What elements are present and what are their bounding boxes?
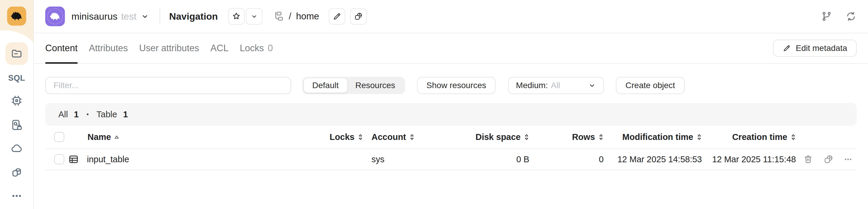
tab-user-attributes[interactable]: User attributes	[139, 33, 199, 63]
row-select-cell	[45, 154, 64, 165]
copy-row-button[interactable]	[823, 154, 834, 165]
create-object-button[interactable]: Create object	[616, 77, 685, 94]
database-name[interactable]: minisaurus	[71, 11, 118, 22]
breadcrumb-separator: /	[289, 11, 291, 22]
tab-locks[interactable]: Locks 0	[240, 33, 273, 63]
sidebar-item-diagnostics[interactable]	[5, 89, 28, 112]
column-header-modification-time[interactable]: Modification time	[604, 132, 702, 142]
database-env: test	[121, 11, 136, 22]
tabs: Content Attributes User attributes ACL L…	[45, 33, 273, 63]
column-header-disk-space[interactable]: Disk space	[430, 132, 529, 142]
column-header-name[interactable]: Name	[64, 132, 313, 142]
delete-row-button[interactable]	[803, 154, 813, 165]
sql-label: SQL	[8, 73, 25, 83]
databases-icon	[10, 166, 23, 178]
row-actions-cell	[796, 154, 857, 165]
sort-both-icon	[524, 133, 529, 141]
sort-both-icon	[696, 133, 702, 141]
sidebar-item-sql[interactable]: SQL	[5, 67, 28, 89]
folder-icon	[10, 47, 23, 60]
show-resources-button[interactable]: Show resources	[417, 77, 496, 94]
view-mode-segment: Default Resources	[303, 77, 405, 94]
medium-select[interactable]: Medium: All	[508, 77, 604, 94]
sort-both-icon	[409, 133, 415, 141]
git-branch-icon	[821, 11, 832, 22]
row-rows-cell: 0	[529, 154, 604, 165]
header-divider	[160, 9, 160, 24]
edit-metadata-button[interactable]: Edit metadata	[773, 39, 857, 57]
ellipsis-icon	[11, 190, 23, 202]
hierarchy-icon	[273, 11, 284, 22]
branches-button[interactable]	[821, 11, 832, 22]
row-account-cell: sys	[363, 154, 430, 165]
sort-both-icon	[790, 133, 796, 141]
ellipsis-icon	[844, 155, 852, 164]
row-checkbox[interactable]	[54, 154, 64, 165]
locks-count-badge: 0	[268, 43, 273, 54]
sort-asc-icon	[114, 135, 119, 139]
pencil-icon	[333, 12, 341, 21]
filter-input[interactable]	[45, 77, 291, 94]
controls-row: Default Resources Show resources Medium:…	[34, 64, 868, 94]
copy-path-button[interactable]	[350, 8, 367, 25]
select-all-checkbox[interactable]	[54, 132, 64, 142]
summary-all-label: All	[58, 110, 68, 119]
row-name-cell[interactable]: input_table	[64, 154, 313, 165]
copy-icon	[354, 12, 363, 21]
sidebar-item-objects[interactable]	[5, 42, 28, 65]
cloud-icon	[10, 142, 23, 154]
app-logo[interactable]	[7, 6, 26, 26]
copy-icon	[823, 154, 834, 165]
trash-icon	[803, 154, 813, 165]
sidebar-item-cloud[interactable]	[5, 137, 28, 159]
rename-button[interactable]	[329, 8, 345, 25]
column-header-creation-time[interactable]: Creation time	[702, 132, 796, 142]
refresh-button[interactable]	[845, 11, 857, 22]
chevron-down-icon	[588, 81, 596, 90]
breadcrumb-current[interactable]: home	[296, 11, 319, 22]
column-header-locks[interactable]: Locks	[313, 132, 363, 142]
sort-both-icon	[598, 133, 604, 141]
tab-content[interactable]: Content	[45, 33, 78, 63]
card-lock-icon	[10, 119, 23, 131]
object-summary: All 1 • Table 1	[45, 103, 857, 126]
favorite-dropdown-button[interactable]	[246, 8, 262, 25]
table-row: input_table sys 0 B 0 12 Mar 2025 14:58:…	[45, 149, 857, 170]
database-switcher-chevron[interactable]	[141, 12, 149, 21]
table-header-row: Name Locks Account Disk space	[45, 126, 857, 149]
page-title: Navigation	[169, 11, 218, 22]
top-bar: minisaurus test Navigation / ho	[34, 0, 868, 33]
row-more-button[interactable]	[844, 155, 852, 164]
chevron-down-icon	[250, 12, 258, 20]
column-header-rows[interactable]: Rows	[529, 132, 604, 142]
summary-all-count: 1	[74, 110, 79, 119]
sidebar-item-audit[interactable]	[5, 114, 28, 137]
chevron-down-icon	[141, 12, 149, 21]
segment-option-default[interactable]: Default	[304, 78, 347, 93]
pencil-icon	[782, 44, 791, 52]
chip-icon	[10, 94, 23, 107]
row-disk-space-cell: 0 B	[430, 154, 529, 165]
object-name[interactable]: input_table	[87, 154, 129, 165]
summary-table-count: 1	[123, 110, 128, 119]
summary-separator: •	[86, 111, 89, 118]
sort-both-icon	[358, 133, 363, 141]
sidebar-item-storage[interactable]	[5, 161, 28, 183]
objects-table: Name Locks Account Disk space	[45, 126, 857, 170]
summary-table-label: Table	[96, 110, 117, 119]
table-object-icon	[68, 154, 79, 165]
row-modification-time-cell: 12 Mar 2025 14:58:53	[604, 154, 702, 165]
tab-acl[interactable]: ACL	[211, 33, 228, 63]
select-all-cell	[45, 132, 64, 142]
sidebar: SQL	[0, 0, 34, 209]
favorite-button[interactable]	[228, 8, 245, 25]
column-header-account[interactable]: Account	[363, 132, 430, 142]
avatar-ring	[47, 8, 63, 24]
database-avatar[interactable]	[45, 6, 65, 26]
refresh-icon	[845, 11, 857, 22]
segment-option-resources[interactable]: Resources	[347, 78, 404, 93]
sidebar-item-more[interactable]	[5, 185, 28, 207]
tab-attributes[interactable]: Attributes	[89, 33, 128, 63]
tabs-bar: Content Attributes User attributes ACL L…	[34, 33, 868, 64]
row-creation-time-cell: 12 Mar 2025 11:15:48	[702, 154, 796, 165]
